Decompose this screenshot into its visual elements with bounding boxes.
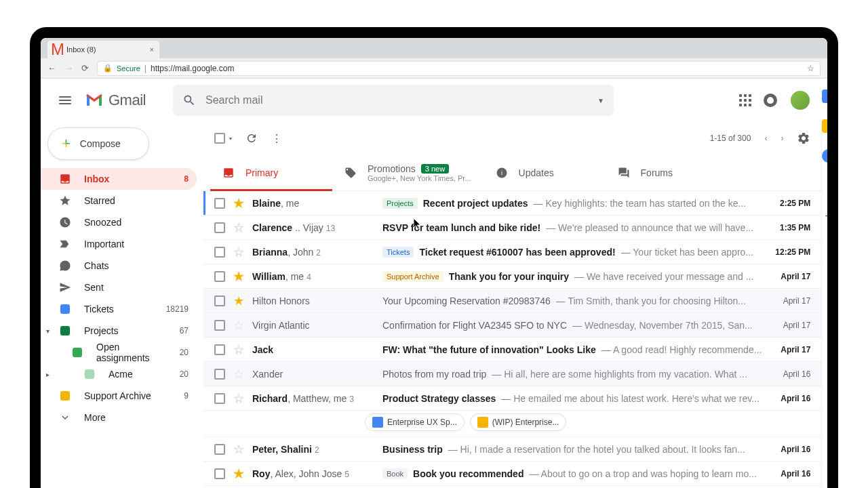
next-page-icon[interactable]: › [781, 134, 783, 143]
message-row[interactable]: ☆JackFW: What "the future of innovation"… [203, 338, 821, 362]
sidebar-item-projects[interactable]: ▾Projects67 [41, 320, 197, 342]
sidebar-item-inbox[interactable]: Inbox8 [41, 168, 197, 190]
sidebar-item-chats[interactable]: Chats [41, 255, 197, 277]
expand-icon[interactable]: ▾ [46, 327, 50, 335]
browser-window: M Inbox (8) × ← → ⟳ 🔒 Secure | https://m… [41, 38, 827, 488]
select-dropdown-icon[interactable]: ▾ [229, 136, 232, 142]
add-icon[interactable]: + [825, 209, 827, 224]
message-subject: Book you recommended [413, 468, 524, 479]
message-row[interactable]: ☆XanderPhotos from my road tripHi all, h… [203, 362, 821, 386]
message-checkbox[interactable] [214, 320, 225, 331]
star-icon[interactable]: ☆ [233, 220, 244, 235]
star-icon[interactable]: ☆ [233, 442, 244, 457]
sidebar-item-snoozed[interactable]: Snoozed [41, 211, 197, 233]
sidebar-item-sent[interactable]: Sent [41, 277, 197, 298]
tab-primary[interactable]: Primary [210, 155, 332, 190]
message-row[interactable]: ☆Virgin AtlanticConfirmation for Flight … [203, 313, 821, 338]
message-checkbox[interactable] [214, 369, 225, 380]
star-icon[interactable]: ☆ [233, 342, 244, 357]
sidebar-item-acme[interactable]: ▸Acme20 [41, 363, 197, 385]
message-row[interactable]: ☆Clarence .. Vijay13RSVP for team lunch … [203, 216, 821, 240]
sidebar-item-count: 67 [180, 326, 189, 336]
sidebar-item-open-assignments[interactable]: Open assignments20 [41, 342, 197, 363]
star-icon[interactable]: ☆ [233, 245, 244, 260]
gmail-logo[interactable]: Gmail [85, 92, 146, 109]
forward-icon[interactable]: → [64, 63, 73, 73]
reload-icon[interactable]: ⟳ [81, 63, 89, 73]
message-checkbox[interactable] [214, 222, 225, 233]
message-checkbox[interactable] [214, 296, 225, 306]
sidebar-item-label: Snoozed [84, 217, 189, 228]
compose-button[interactable]: + Compose [47, 127, 149, 160]
sidebar-item-label: Important [84, 239, 189, 249]
apps-launcher-icon[interactable] [739, 94, 751, 106]
message-date: April 16 [770, 369, 810, 379]
message-row[interactable]: ★William, me4Support ArchiveThank you fo… [203, 264, 821, 289]
settings-gear-icon[interactable] [797, 131, 810, 145]
message-sender: Roy, Alex, John Jose5 [252, 468, 374, 479]
star-icon[interactable]: ★ [233, 269, 244, 284]
star-icon[interactable]: ☆ [233, 391, 244, 406]
star-icon[interactable]: ★ [233, 196, 244, 211]
notifications-icon[interactable] [764, 94, 777, 107]
message-subject: RSVP for team lunch and bike ride! [382, 222, 540, 233]
tab-promotions[interactable]: Promotions3 newGoogle+, New York Times, … [332, 155, 484, 190]
browser-tab[interactable]: M Inbox (8) × [47, 41, 159, 58]
account-avatar[interactable] [789, 89, 811, 111]
message-row[interactable]: ☆Brianna, John2TicketsTicket request #61… [203, 240, 821, 264]
sidebar-item-important[interactable]: Important [41, 233, 197, 255]
bookmark-star-icon[interactable]: ☆ [807, 64, 814, 73]
calendar-icon[interactable] [822, 89, 827, 103]
sidebar-item-more[interactable]: More [41, 407, 197, 428]
refresh-icon[interactable] [245, 132, 258, 144]
message-row[interactable]: ★Blaine, meProjectsRecent project update… [203, 191, 821, 216]
attachment-chip[interactable]: (WIP) Enterprise... [470, 413, 567, 431]
sidebar-item-tickets[interactable]: Tickets18219 [41, 298, 197, 320]
star-icon[interactable]: ★ [233, 293, 244, 308]
more-icon[interactable]: ⋮ [271, 132, 282, 145]
message-snippet: We have received your message and ... [574, 271, 753, 282]
message-checkbox[interactable] [214, 247, 225, 258]
url-field[interactable]: 🔒 Secure | https://mail.google.com ☆ [97, 61, 821, 76]
message-checkbox[interactable] [214, 468, 225, 479]
sidebar-item-starred[interactable]: Starred [41, 190, 197, 211]
message-snippet: We're pleased to announce that we will h… [546, 222, 753, 233]
message-row[interactable]: ★Roy, Alex, John Jose5BookBook you recom… [203, 462, 821, 486]
message-snippet: Hi all, here are some highlights from my… [492, 369, 747, 380]
close-tab-icon[interactable]: × [150, 45, 154, 54]
message-checkbox[interactable] [214, 444, 225, 455]
tab-label: Forums [641, 167, 673, 178]
select-all-checkbox[interactable] [214, 133, 225, 144]
tab-updates[interactable]: iUpdates [484, 155, 606, 190]
star-icon[interactable]: ☆ [233, 318, 244, 333]
tab-label: Promotions [368, 163, 416, 174]
tasks-icon[interactable] [822, 149, 827, 163]
star-icon[interactable]: ★ [233, 466, 244, 481]
search-box[interactable]: ▼ [173, 85, 614, 116]
message-row[interactable]: ☆Peter, Shalini2Business tripHi, I made … [203, 437, 821, 462]
star-icon[interactable]: ☆ [233, 367, 244, 382]
tab-label: Primary [245, 167, 278, 178]
message-checkbox[interactable] [214, 344, 225, 355]
prev-page-icon[interactable]: ‹ [764, 134, 767, 143]
search-input[interactable] [205, 94, 588, 106]
lock-icon: 🔒 [103, 64, 113, 73]
message-checkbox[interactable] [214, 271, 225, 282]
message-row[interactable]: ★Hilton HonorsYour Upcoming Reservation … [203, 289, 821, 313]
message-snippet: About to go on a trop and was hoping to … [529, 468, 756, 479]
main-menu-button[interactable] [52, 87, 79, 114]
message-sender: Peter, Shalini2 [252, 444, 374, 455]
search-options-icon[interactable]: ▼ [597, 97, 604, 104]
important-icon [59, 238, 71, 250]
attachment-chip[interactable]: Enterprise UX Sp... [365, 413, 465, 431]
back-icon[interactable]: ← [47, 63, 56, 73]
keep-icon[interactable] [822, 119, 827, 133]
sidebar-item-support-archive[interactable]: Support Archive9 [41, 385, 197, 407]
message-checkbox[interactable] [214, 198, 225, 209]
message-row[interactable]: ☆Richard, Matthew, me3Product Strategy c… [203, 386, 821, 411]
sidebar-item-count: 20 [180, 348, 189, 357]
expand-icon[interactable]: ▸ [46, 371, 50, 378]
message-subject: Recent project updates [423, 198, 528, 209]
tab-forums[interactable]: Forums [606, 155, 728, 190]
message-checkbox[interactable] [214, 393, 225, 404]
